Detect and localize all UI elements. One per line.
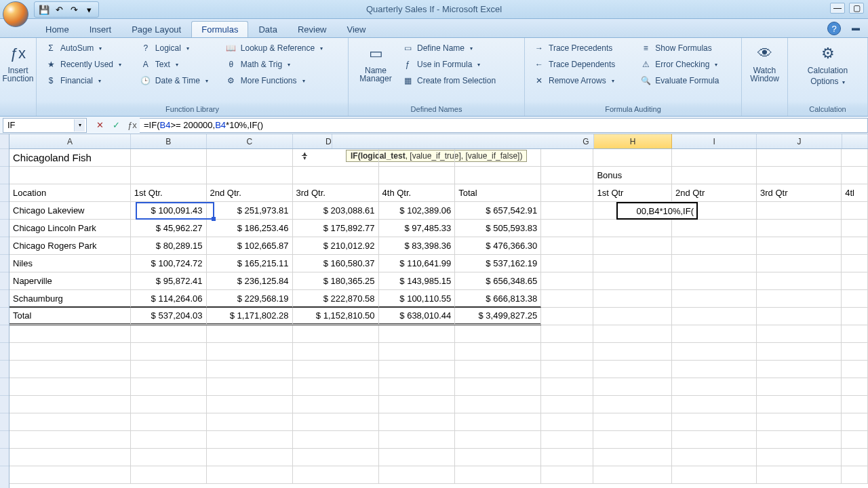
cell[interactable]: Bonus bbox=[593, 167, 672, 184]
cell[interactable]: $ 45,962.27 bbox=[131, 220, 207, 237]
cell[interactable]: $ 638,010.44 bbox=[379, 308, 456, 325]
math-trig-button[interactable]: θMath & Trig▾ bbox=[222, 57, 342, 72]
use-in-formula-button[interactable]: ƒUse in Formula▾ bbox=[399, 57, 519, 72]
cell[interactable] bbox=[541, 237, 593, 255]
cell[interactable]: $ 537,204.03 bbox=[131, 308, 207, 325]
cell[interactable]: Niles bbox=[9, 255, 131, 272]
cell[interactable]: $ 236,125.84 bbox=[207, 272, 293, 290]
insert-function-button[interactable]: ƒx Insert Function bbox=[5, 41, 31, 85]
office-button[interactable] bbox=[3, 1, 28, 27]
cell[interactable]: $ 203,088.61 bbox=[293, 202, 379, 220]
cell[interactable]: $ 110,641.99 bbox=[379, 255, 456, 272]
save-icon[interactable]: 💾 bbox=[37, 3, 51, 16]
cell[interactable]: $ 114,264.06 bbox=[131, 290, 207, 308]
cell[interactable] bbox=[672, 272, 757, 290]
evaluate-formula-button[interactable]: 🔍Evaluate Formula bbox=[637, 73, 736, 88]
cell[interactable] bbox=[842, 272, 868, 290]
undo-icon[interactable]: ↶ bbox=[52, 3, 66, 16]
cell[interactable] bbox=[672, 255, 757, 272]
cell[interactable] bbox=[672, 237, 757, 255]
cell[interactable]: $ 476,366.30 bbox=[455, 237, 541, 255]
minimize-button[interactable]: — bbox=[830, 3, 845, 14]
maximize-button[interactable]: ▢ bbox=[849, 3, 864, 14]
financial-button[interactable]: $Financial▾ bbox=[42, 73, 136, 88]
cell[interactable]: $ 100,091.43 bbox=[131, 202, 207, 220]
watch-window-button[interactable]: 👁 Watch Window bbox=[747, 41, 782, 85]
col-b[interactable]: B bbox=[131, 134, 207, 148]
show-formulas-button[interactable]: ≡Show Formulas bbox=[637, 41, 736, 56]
col-k-partial[interactable] bbox=[842, 134, 869, 148]
col-c[interactable]: C bbox=[207, 134, 293, 148]
cell[interactable] bbox=[757, 202, 842, 220]
cell[interactable]: $ 222,870.58 bbox=[293, 290, 379, 308]
remove-arrows-button[interactable]: ✕Remove Arrows▾ bbox=[530, 73, 635, 88]
cell[interactable]: $ 1,171,802.28 bbox=[207, 308, 293, 325]
cell[interactable] bbox=[842, 202, 868, 220]
cell[interactable]: $ 83,398.36 bbox=[379, 237, 456, 255]
name-box[interactable]: IF ▾ bbox=[3, 118, 87, 133]
calculation-options-button[interactable]: ⚙ Calculation Options ▾ bbox=[793, 41, 862, 88]
cell[interactable] bbox=[541, 255, 593, 272]
cell[interactable]: $ 160,580.37 bbox=[293, 255, 379, 272]
cell[interactable] bbox=[757, 255, 842, 272]
cell[interactable]: $ 505,593.83 bbox=[455, 220, 541, 237]
cell[interactable] bbox=[593, 237, 672, 255]
cell[interactable]: $ 657,542.91 bbox=[455, 202, 541, 220]
cell[interactable] bbox=[541, 308, 593, 325]
cell[interactable] bbox=[541, 220, 593, 237]
minimize-ribbon-icon[interactable]: ▬ bbox=[852, 23, 860, 33]
col-i[interactable]: I bbox=[672, 134, 757, 148]
cell[interactable] bbox=[842, 237, 868, 255]
cell[interactable]: $ 80,289.15 bbox=[131, 237, 207, 255]
cell[interactable]: $ 143,985.15 bbox=[379, 272, 456, 290]
cell[interactable] bbox=[842, 220, 868, 237]
cell[interactable]: Chicagoland Fish bbox=[9, 149, 131, 167]
redo-icon[interactable]: ↷ bbox=[67, 3, 81, 16]
cell[interactable]: $ 210,012.92 bbox=[293, 237, 379, 255]
error-checking-button[interactable]: ⚠Error Checking▾ bbox=[637, 57, 736, 72]
cell[interactable]: Chicago Lincoln Park bbox=[9, 220, 131, 237]
cell[interactable]: $ 100,110.55 bbox=[379, 290, 456, 308]
cell[interactable]: $ 100,724.72 bbox=[131, 255, 207, 272]
column-headers[interactable]: A B C D G H I J bbox=[9, 134, 868, 149]
cell[interactable]: Naperville bbox=[9, 272, 131, 290]
help-button[interactable]: ? bbox=[827, 22, 841, 35]
tab-home[interactable]: Home bbox=[35, 21, 79, 37]
tab-page-layout[interactable]: Page Layout bbox=[121, 21, 191, 37]
cell[interactable]: Total bbox=[9, 308, 131, 325]
cell[interactable]: $ 666,813.38 bbox=[455, 290, 541, 308]
enter-icon[interactable]: ✓ bbox=[108, 119, 123, 132]
cell[interactable]: $ 3,499,827.25 bbox=[455, 308, 541, 325]
col-a[interactable]: A bbox=[9, 134, 131, 148]
name-box-dropdown-icon[interactable]: ▾ bbox=[74, 119, 85, 131]
cell[interactable] bbox=[757, 272, 842, 290]
cell[interactable] bbox=[593, 308, 672, 325]
col-h[interactable]: H bbox=[594, 134, 673, 148]
create-from-selection-button[interactable]: ▦Create from Selection bbox=[399, 73, 519, 88]
cell[interactable]: $ 180,365.25 bbox=[293, 272, 379, 290]
more-functions-button[interactable]: ⚙More Functions▾ bbox=[222, 73, 342, 88]
name-manager-button[interactable]: ▭ Name Manager bbox=[354, 41, 397, 85]
tab-view[interactable]: View bbox=[337, 21, 376, 37]
cell[interactable]: Chicago Lakeview bbox=[9, 202, 131, 220]
tab-formulas[interactable]: Formulas bbox=[191, 21, 248, 37]
cell[interactable] bbox=[593, 220, 672, 237]
cell[interactable] bbox=[842, 308, 868, 325]
cell[interactable] bbox=[593, 202, 672, 220]
autosum-button[interactable]: ΣAutoSum▾ bbox=[42, 41, 136, 56]
cell[interactable]: $ 186,253.46 bbox=[207, 220, 293, 237]
cell[interactable] bbox=[541, 290, 593, 308]
define-name-button[interactable]: ▭Define Name▾ bbox=[399, 41, 519, 56]
date-time-button[interactable]: 🕒Date & Time▾ bbox=[137, 73, 221, 88]
formula-input[interactable]: =IF(B4>= 200000,B4*10%,IF() bbox=[140, 118, 868, 133]
col-g[interactable]: G bbox=[332, 134, 594, 148]
cell[interactable] bbox=[672, 290, 757, 308]
cell[interactable]: $ 251,973.81 bbox=[207, 202, 293, 220]
cell[interactable] bbox=[593, 272, 672, 290]
cell[interactable] bbox=[757, 308, 842, 325]
tab-review[interactable]: Review bbox=[288, 21, 337, 37]
cell[interactable] bbox=[541, 272, 593, 290]
cell[interactable]: Schaumburg bbox=[9, 290, 131, 308]
cell[interactable]: $ 229,568.19 bbox=[207, 290, 293, 308]
cell[interactable] bbox=[757, 220, 842, 237]
